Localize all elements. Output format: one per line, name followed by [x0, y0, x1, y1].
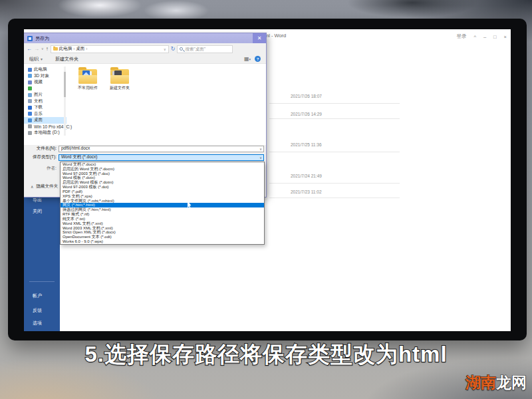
backstage-item-帐户[interactable]: 帐户 — [33, 293, 42, 299]
organize-button[interactable]: 组织 ▼ — [29, 56, 43, 63]
sidebar-item-Win 10 Pro x64 (C:)[interactable]: Win 10 Pro x64 (C:) — [24, 124, 66, 130]
breadcrumb-separator: › — [86, 47, 87, 51]
sidebar-item-3D 对象[interactable]: 3D 对象 — [24, 73, 66, 80]
up-icon[interactable]: ↑ — [46, 47, 49, 52]
sidebar-item-桌面[interactable]: 桌面 — [24, 117, 66, 124]
filetype-option[interactable]: Works 6.0 - 9.0 (*.wps) — [61, 239, 264, 244]
filetype-option[interactable]: Word 97-2003 文档 (*.doc) — [61, 172, 264, 176]
filetype-option[interactable]: Word 2003 XML 文档 (*.xml) — [61, 226, 264, 231]
breadcrumb[interactable]: 此电脑›桌面›∨ — [51, 45, 169, 53]
file-item-label: 新建文件夹 — [105, 85, 134, 91]
address-bar: ← → ∨ ↑ 此电脑›桌面›∨ ↻ — [24, 43, 266, 55]
sidebar-item-green-app[interactable] — [24, 86, 66, 92]
breadcrumb-separator: › — [73, 47, 74, 51]
filename-row: 文件名(N): ∨ — [24, 145, 266, 152]
author-label: 作者: — [47, 166, 57, 172]
filetype-option[interactable]: OpenDocument 文本 (*.odt) — [61, 235, 264, 239]
sidebar-item-label: 下载 — [34, 104, 43, 110]
signin-button[interactable]: 登录 — [456, 33, 466, 40]
restore-icon[interactable]: □ — [493, 34, 497, 40]
filetype-option[interactable]: Word 97-2003 模板 (*.dot) — [61, 185, 264, 190]
sidebar-item-label: 视频 — [34, 79, 43, 85]
desktop-icon — [28, 118, 32, 122]
file-list-area: 不常用组件新建文件夹 — [66, 64, 266, 145]
sidebar-item-图片[interactable]: 图片 — [24, 92, 66, 98]
filetype-option[interactable]: RTF 格式 (*.rtf) — [61, 212, 264, 217]
filetype-option[interactable]: PDF (*.pdf) — [61, 190, 264, 194]
history-chevron-icon[interactable]: ∨ — [41, 47, 44, 51]
sidebar-item-音乐[interactable]: 音乐 — [24, 111, 66, 118]
chevron-up-icon: ∧ — [31, 184, 33, 189]
filetype-option[interactable]: Word XML 文档 (*.xml) — [61, 221, 264, 226]
new-folder-button[interactable]: 新建文件夹 — [55, 56, 78, 63]
sidebar-item-label: 文档 — [34, 98, 43, 104]
sidebar-item-此电脑[interactable]: 此电脑 — [24, 66, 66, 73]
forward-icon[interactable]: → — [34, 47, 39, 52]
filetype-option[interactable]: 启用宏的 Word 模板 (*.dotm) — [61, 180, 264, 185]
monitor-bezel: pdf转html - Word 登录^–□× 导出关闭帐户反馈选项 2021/7… — [8, 19, 527, 340]
sidebar-item-label: 桌面 — [34, 117, 43, 123]
file-item[interactable]: 新建文件夹 — [105, 69, 134, 91]
filetype-option[interactable]: XPS 文档 (*.xps) — [61, 194, 264, 199]
savetype-value[interactable] — [61, 155, 257, 160]
chevron-down-icon[interactable]: ∨ — [164, 47, 166, 51]
nav-scrollbar[interactable] — [64, 66, 66, 136]
view-mode-icon[interactable]: ▦▾ — [244, 56, 251, 62]
folder-front — [78, 75, 97, 84]
close-icon[interactable]: × — [504, 34, 507, 40]
chevron-down-icon[interactable]: ∨ — [259, 147, 262, 151]
recent-file-date[interactable]: 2021/7/25 11:36 — [291, 142, 322, 147]
sidebar-item-label: 3D 对象 — [34, 73, 49, 79]
refresh-icon[interactable]: ↻ — [171, 46, 176, 52]
organize-label: 组织 — [29, 56, 39, 63]
dialog-title: 另存为 — [35, 35, 49, 42]
recent-file-date[interactable]: 2021/7/26 14:29 — [291, 112, 322, 116]
search-input[interactable] — [185, 47, 230, 51]
sidebar-item-视频[interactable]: 视频 — [24, 79, 66, 86]
breadcrumb-segment[interactable]: 此电脑 — [59, 46, 72, 52]
filetype-option[interactable]: 启用宏的 Word 文档 (*.docm) — [61, 167, 264, 172]
filetype-option[interactable]: 筛选过的网页 (*.htm;*.html) — [61, 207, 264, 212]
backstage-item-选项[interactable]: 选项 — [33, 320, 42, 327]
hide-folders-button[interactable]: ∧ 隐藏文件夹 — [31, 184, 58, 190]
recent-file-date[interactable]: 2021/7/23 11:02 — [291, 190, 322, 194]
filetype-option[interactable]: 单个文件网页 (*.mht;*.mhtml) — [61, 199, 264, 203]
filetype-option[interactable]: Word 模板 (*.dotx) — [61, 176, 264, 180]
sidebar-item-下载[interactable]: 下载 — [24, 104, 66, 111]
backstage-item-反馈[interactable]: 反馈 — [33, 307, 42, 314]
sidebar-item-本地磁盘 (D:)[interactable]: 本地磁盘 (D:) — [24, 130, 66, 136]
filename-combobox[interactable]: ∨ — [59, 146, 264, 152]
filetype-option[interactable]: 网页 (*.htm;*.html) — [61, 203, 264, 207]
screen: pdf转html - Word 登录^–□× 导出关闭帐户反馈选项 2021/7… — [24, 29, 511, 331]
help-icon[interactable]: ? — [255, 56, 261, 62]
breadcrumb-segment[interactable]: 桌面 — [76, 46, 84, 52]
recent-file-date[interactable]: 2021/7/24 21:49 — [291, 174, 322, 178]
backstage-item-导出[interactable]: 导出 — [33, 197, 42, 203]
dialog-main: 此电脑3D 对象视频图片文档下载音乐桌面Win 10 Pro x64 (C:)本… — [24, 64, 266, 145]
search-box[interactable] — [177, 45, 233, 53]
file-item[interactable]: 不常用组件 — [73, 69, 102, 91]
sidebar-item-文档[interactable]: 文档 — [24, 98, 66, 105]
folder-icon — [110, 69, 129, 84]
savetype-label: 保存类型(T): — [24, 154, 59, 160]
sidebar-item-label: 本地磁盘 (D:) — [34, 130, 60, 136]
sidebar-divider — [29, 281, 55, 282]
dialog-close-icon[interactable]: ✕ — [253, 33, 266, 43]
sidebar-item-label: 图片 — [34, 92, 43, 98]
computer-icon — [28, 68, 32, 72]
minimize-icon[interactable]: – — [483, 34, 486, 40]
backstage-item-关闭[interactable]: 关闭 — [33, 208, 42, 215]
music-icon — [28, 112, 32, 116]
savetype-combobox[interactable]: ∨ — [59, 154, 264, 161]
recent-file-date[interactable]: 2021/7/26 18:07 — [291, 94, 322, 98]
chevron-down-icon[interactable]: ∨ — [259, 156, 262, 160]
filetype-option[interactable]: Word 文档 (*.docx) — [61, 162, 264, 167]
filename-input[interactable] — [61, 146, 257, 151]
filetype-option[interactable]: 纯文本 (*.txt) — [61, 217, 264, 221]
3d-object-icon — [28, 74, 32, 78]
row-divider — [269, 103, 400, 104]
back-icon[interactable]: ← — [27, 47, 32, 52]
sidebar-item-label: 此电脑 — [34, 66, 47, 72]
filetype-option[interactable]: Strict Open XML 文档 (*.docx) — [61, 230, 264, 235]
ribbon-options-icon[interactable]: ^ — [473, 34, 476, 40]
